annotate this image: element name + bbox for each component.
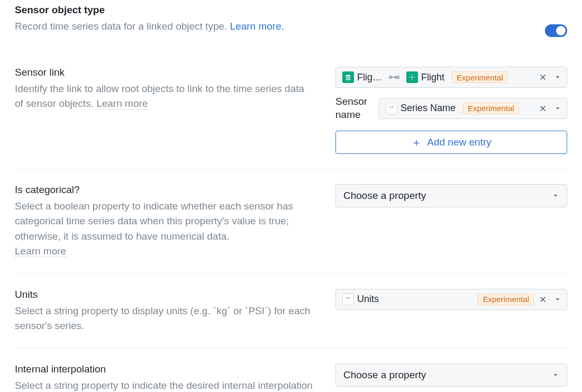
sensor-name-field: Sensor name Series Name Experimental	[335, 95, 567, 121]
field-label: Is categorical?	[15, 184, 314, 196]
clear-icon[interactable]	[537, 71, 549, 83]
internal-interpolation-row: Internal interpolation Select a string p…	[15, 349, 567, 392]
section-description: Record time series data for a linked obj…	[15, 19, 545, 34]
add-new-entry-button[interactable]: ＋ Add new entry	[335, 131, 567, 154]
svg-point-2	[412, 77, 413, 78]
field-description: Select a string property to display unit…	[15, 304, 314, 333]
string-type-icon	[342, 294, 354, 305]
svg-point-0	[389, 76, 392, 78]
section-title: Sensor object type	[15, 4, 545, 16]
chevron-down-icon[interactable]	[552, 294, 563, 305]
internal-interpolation-selector[interactable]: Choose a property	[335, 363, 567, 387]
units-selector[interactable]: Units Experimental	[335, 289, 567, 310]
path-target-chip: Flight	[403, 70, 448, 85]
experimental-badge: Experimental	[463, 103, 519, 114]
property-chip: Units	[339, 292, 382, 307]
string-type-icon	[386, 103, 397, 114]
path-source-chip: Flig…	[339, 70, 385, 85]
header: Sensor object type Record time series da…	[15, 4, 567, 37]
learn-more-link[interactable]: Learn more	[15, 245, 66, 257]
field-description: Select a boolean property to indicate wh…	[15, 199, 314, 258]
is-categorical-row: Is categorical? Select a boolean propert…	[15, 169, 567, 274]
enable-toggle[interactable]	[545, 24, 567, 37]
field-label: Internal interpolation	[15, 363, 314, 375]
experimental-badge: Experimental	[478, 294, 534, 305]
clear-icon[interactable]	[537, 294, 549, 305]
field-description: Identify the link to allow root objects …	[15, 81, 314, 111]
sensor-name-selector[interactable]: Series Name Experimental	[379, 98, 567, 119]
link-arrow-icon	[388, 74, 400, 81]
plus-icon: ＋	[411, 135, 422, 150]
learn-more-link[interactable]: Learn more	[96, 98, 148, 110]
object-type-icon	[342, 71, 354, 83]
field-label: Sensor link	[15, 67, 314, 78]
sensor-link-selector[interactable]: Flig… Flight Experimental	[335, 67, 567, 88]
learn-more-link[interactable]: Learn more.	[230, 21, 284, 32]
object-type-icon	[406, 71, 418, 83]
sensor-name-label: Sensor name	[335, 95, 371, 121]
field-description: Select a string property to indicate the…	[15, 378, 314, 392]
is-categorical-selector[interactable]: Choose a property	[335, 184, 567, 207]
clear-icon[interactable]	[537, 103, 549, 114]
property-chip: Series Name	[383, 101, 459, 116]
sensor-link-row: Sensor link Identify the link to allow r…	[15, 52, 567, 169]
field-label: Units	[15, 289, 314, 300]
chevron-down-icon[interactable]	[552, 71, 563, 83]
chevron-down-icon	[552, 371, 559, 379]
chevron-down-icon[interactable]	[552, 103, 563, 114]
svg-point-1	[397, 76, 399, 78]
chevron-down-icon	[552, 192, 559, 199]
units-row: Units Select a string property to displa…	[15, 274, 567, 349]
experimental-badge: Experimental	[452, 71, 508, 83]
